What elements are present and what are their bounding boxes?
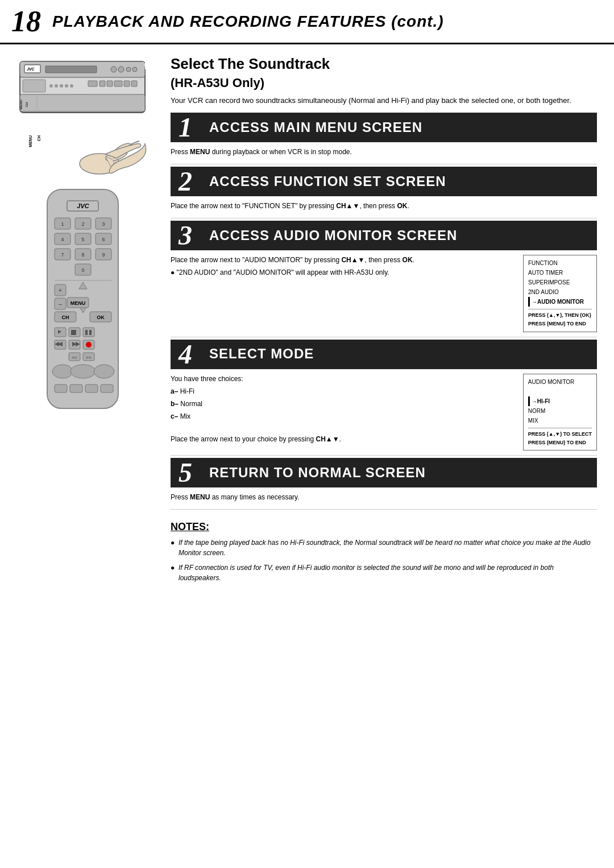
- svg-rect-88: [55, 385, 67, 392]
- step-3-body: Place the arrow next to "AUDIO MONITOR" …: [171, 250, 597, 337]
- page-number: 18: [11, 5, 41, 38]
- section-description: Your VCR can record two soundtracks simu…: [171, 95, 597, 106]
- step-5-number: 5: [171, 458, 205, 487]
- step-4-sidebar: AUDIO MONITOR →HI-FI NORM MIX PRESS (▲,▼…: [523, 374, 597, 451]
- svg-text:>>: >>: [86, 355, 92, 360]
- svg-text:0: 0: [81, 267, 84, 273]
- svg-rect-4: [45, 66, 97, 73]
- step-5-header: 5 RETURN TO NORMAL SCREEN: [171, 458, 597, 487]
- svg-text:7: 7: [61, 252, 64, 258]
- svg-point-6: [118, 67, 124, 72]
- header-title: PLAYBACK AND RECORDING FEATURES (cont.): [52, 13, 444, 31]
- svg-point-87: [94, 365, 114, 378]
- note-item-1: If the tape being played back has no Hi-…: [171, 538, 597, 558]
- step-4-text: You have three choices: a– Hi-Fi b– Norm…: [171, 374, 517, 451]
- svg-point-5: [111, 67, 117, 72]
- svg-text:MENU: MENU: [19, 100, 23, 110]
- svg-point-11: [55, 84, 58, 88]
- step-2-body: Place the arrow next to "FUNCTION SET" b…: [171, 196, 597, 218]
- svg-text:3: 3: [102, 221, 105, 227]
- notes-section: NOTES: If the tape being played back has…: [171, 519, 597, 583]
- svg-rect-21: [20, 94, 145, 111]
- left-column: JVC MENU CH: [0, 50, 159, 593]
- right-column: Select The Soundtrack (HR-A53U Only) You…: [159, 50, 614, 593]
- svg-text:CH: CH: [25, 102, 28, 108]
- svg-text:JVC: JVC: [77, 202, 89, 209]
- svg-point-85: [52, 365, 73, 378]
- step-5: 5 RETURN TO NORMAL SCREEN Press MENU as …: [171, 458, 597, 510]
- svg-point-13: [65, 84, 68, 88]
- svg-text:–: –: [59, 301, 62, 307]
- svg-text:MENU: MENU: [70, 300, 85, 306]
- svg-text:8: 8: [81, 252, 84, 258]
- step-5-text: Press MENU as many times as necessary.: [171, 492, 597, 505]
- step-4-number: 4: [171, 340, 205, 369]
- svg-point-14: [70, 84, 73, 88]
- hand-svg-2: [105, 141, 151, 175]
- svg-rect-19: [124, 81, 130, 86]
- section-subtitle: (HR-A53U Only): [171, 76, 597, 90]
- step-2-header: 2 ACCESS FUNCTION SET SCREEN: [171, 167, 597, 196]
- svg-rect-17: [107, 81, 113, 86]
- section-title: Select The Soundtrack: [171, 56, 597, 72]
- svg-rect-91: [101, 385, 113, 392]
- svg-text:1: 1: [61, 221, 64, 227]
- step-4-title: SELECT MODE: [205, 340, 318, 369]
- remote-control-illustration: JVC 1 2 3 4 5 6 7 8 9 0: [33, 187, 132, 414]
- step-3-sidebar: FUNCTION AUTO TIMER SUPERIMPOSE 2ND AUDI…: [523, 255, 597, 332]
- svg-rect-15: [88, 81, 97, 86]
- svg-text:9: 9: [102, 252, 105, 258]
- step-1-header: 1 ACCESS MAIN MENU SCREEN: [171, 113, 597, 142]
- svg-point-8: [132, 67, 137, 72]
- step-3-number: 3: [171, 221, 205, 250]
- svg-text:5: 5: [81, 237, 84, 242]
- step-1-body: Press MENU during playback or when VCR i…: [171, 142, 597, 164]
- step-4-header: 4 SELECT MODE: [171, 340, 597, 369]
- svg-rect-69: [71, 330, 76, 335]
- step-2-text: Place the arrow next to "FUNCTION SET" b…: [171, 201, 597, 213]
- step-3: 3 ACCESS AUDIO MONITOR SCREEN Place the …: [171, 221, 597, 337]
- svg-point-10: [49, 84, 53, 88]
- step-5-body: Press MENU as many times as necessary.: [171, 487, 597, 510]
- notes-title: NOTES:: [171, 521, 597, 533]
- menu-label: MENU: [28, 135, 32, 147]
- main-content: JVC MENU CH: [0, 44, 614, 593]
- ch-label: CH: [37, 135, 41, 141]
- step-2: 2 ACCESS FUNCTION SET SCREEN Place the a…: [171, 167, 597, 218]
- notes-list: If the tape being played back has no Hi-…: [171, 538, 597, 583]
- svg-text:<<: <<: [72, 355, 77, 360]
- svg-rect-16: [99, 81, 105, 86]
- step-5-title: RETURN TO NORMAL SCREEN: [205, 458, 430, 487]
- svg-text:2: 2: [81, 221, 84, 227]
- svg-point-86: [70, 365, 96, 378]
- svg-point-12: [60, 84, 63, 88]
- svg-rect-70: [83, 328, 94, 337]
- svg-rect-89: [70, 385, 82, 392]
- svg-point-80: [86, 342, 92, 348]
- step-1-title: ACCESS MAIN MENU SCREEN: [205, 113, 427, 142]
- svg-point-7: [126, 67, 131, 72]
- step-1-text: Press MENU during playback or when VCR i…: [171, 147, 597, 159]
- svg-text:4: 4: [61, 237, 64, 242]
- vcr-device-illustration: JVC MENU CH: [14, 56, 151, 118]
- svg-text:CH: CH: [61, 315, 69, 320]
- step-4-body: You have three choices: a– Hi-Fi b– Norm…: [171, 369, 597, 456]
- page-header: 18 PLAYBACK AND RECORDING FEATURES (cont…: [0, 0, 614, 44]
- svg-rect-72: [89, 330, 92, 335]
- step-3-header: 3 ACCESS AUDIO MONITOR SCREEN: [171, 221, 597, 250]
- hand-illustration: MENU CH: [14, 130, 151, 175]
- note-item-2: If RF connection is used for TV, even if…: [171, 563, 597, 583]
- svg-rect-18: [114, 81, 122, 86]
- svg-rect-20: [131, 81, 137, 86]
- svg-text:+: +: [59, 287, 62, 294]
- step-3-text: Place the arrow next to "AUDIO MONITOR" …: [171, 255, 517, 332]
- step-2-title: ACCESS FUNCTION SET SCREEN: [205, 167, 451, 196]
- step-3-title: ACCESS AUDIO MONITOR SCREEN: [205, 221, 462, 250]
- step-2-number: 2: [171, 167, 205, 196]
- svg-rect-90: [85, 385, 98, 392]
- svg-text:JVC: JVC: [27, 67, 35, 71]
- svg-text:OK: OK: [97, 315, 105, 320]
- svg-text:6: 6: [102, 237, 105, 242]
- svg-rect-9: [23, 80, 45, 92]
- step-4: 4 SELECT MODE You have three choices: a–…: [171, 340, 597, 456]
